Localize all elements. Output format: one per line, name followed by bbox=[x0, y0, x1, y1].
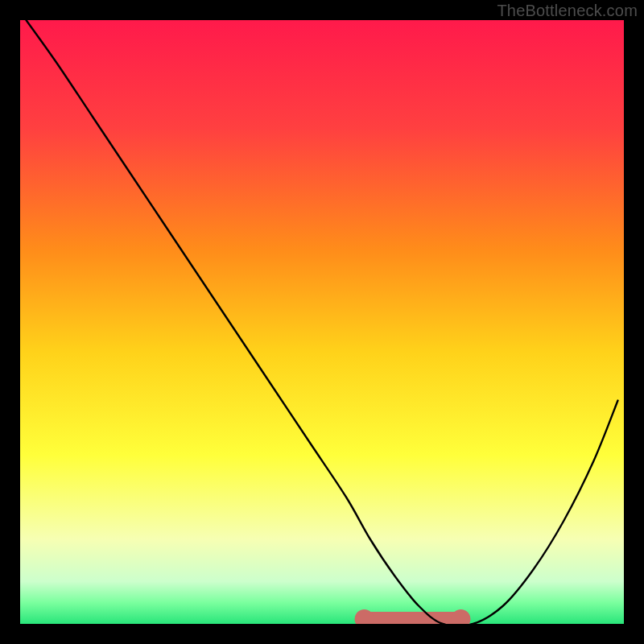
watermark-label: TheBottleneck.com bbox=[497, 2, 638, 20]
chart-svg bbox=[20, 20, 624, 624]
chart-frame: TheBottleneck.com bbox=[0, 0, 644, 644]
svg-rect-0 bbox=[365, 612, 461, 624]
plot-area bbox=[20, 20, 624, 624]
gradient-background bbox=[20, 20, 624, 624]
